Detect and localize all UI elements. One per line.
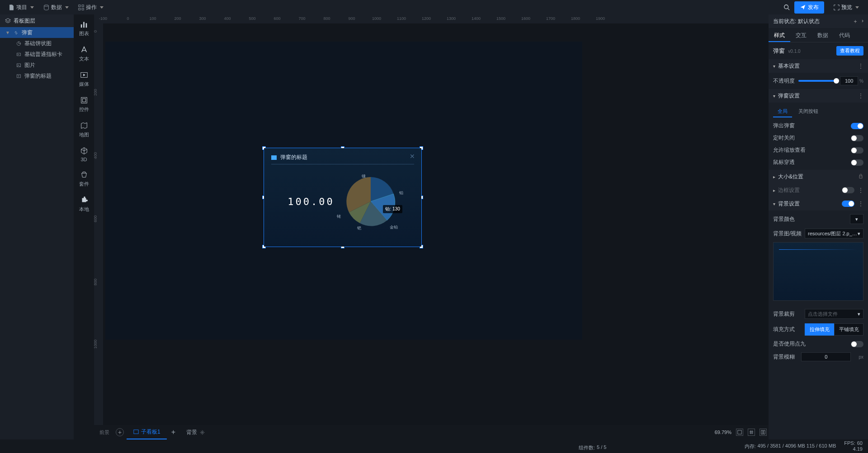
- menu-project[interactable]: 项目: [5, 2, 38, 13]
- status-bar: 内存: 495 / 3581 / 4096 MB 115 / 610 MB FP…: [0, 439, 868, 453]
- more-icon[interactable]: ⋮: [858, 93, 863, 99]
- tutorial-button[interactable]: 查看教程: [836, 46, 863, 56]
- layer-pie[interactable]: 基础饼状图: [0, 38, 74, 49]
- comp-text[interactable]: 文本: [79, 45, 89, 62]
- bg-clip-label: 背景裁剪: [773, 310, 795, 318]
- fill-tile-option[interactable]: 平铺填充: [834, 323, 863, 336]
- toggle-nine-patch[interactable]: [851, 341, 863, 347]
- layer-image-label: 图片: [24, 61, 35, 69]
- toggle-bg[interactable]: [842, 201, 854, 207]
- bg-blur-input[interactable]: 0: [801, 352, 851, 361]
- svg-rect-25: [761, 430, 763, 434]
- caret-down-icon: ▾: [6, 29, 10, 36]
- fit-icon[interactable]: [736, 429, 743, 436]
- layer-root-popup[interactable]: ▾ 弹窗: [0, 27, 74, 38]
- add-board-button[interactable]: +: [167, 425, 180, 439]
- bg-img-select[interactable]: resources/图层 2.p_1699965▾: [805, 229, 863, 238]
- comp-kit[interactable]: 套件: [79, 170, 89, 187]
- lock-icon[interactable]: [858, 173, 863, 180]
- prop-zoom-label: 允许缩放查看: [773, 146, 806, 154]
- database-icon: [43, 4, 49, 10]
- svg-rect-14: [80, 24, 82, 28]
- comp-chart[interactable]: 图表: [79, 20, 89, 37]
- pie-chart: 镍 铂 金铂 铑 钯 铂: 130: [344, 174, 398, 229]
- selection-box[interactable]: ✕ 弹窗的标题 100.00: [264, 148, 422, 247]
- publish-button[interactable]: 发布: [794, 1, 824, 14]
- section-popup-header[interactable]: ▾弹窗设置 ⋮: [769, 89, 868, 103]
- comp-control[interactable]: 控件: [79, 96, 89, 113]
- comp-media[interactable]: 媒体: [79, 70, 89, 88]
- scene-foreground[interactable]: 前景: [96, 427, 113, 438]
- canvas-area[interactable]: -100010020030040050060070080090010001100…: [94, 14, 769, 439]
- text-icon: T: [15, 73, 22, 79]
- ruler-horizontal: -100010020030040050060070080090010001100…: [103, 14, 769, 23]
- comp-text-label: 文本: [79, 56, 89, 62]
- menu-data[interactable]: 数据: [39, 2, 72, 13]
- opacity-slider[interactable]: [798, 80, 836, 82]
- state-add-icon[interactable]: ＋: [853, 18, 858, 25]
- section-border-header[interactable]: ▸边框设置 ⋮: [769, 183, 868, 197]
- title-bar-icon: [271, 155, 277, 160]
- toggle-mouse-through[interactable]: [851, 159, 863, 166]
- canvas-stage[interactable]: ✕ 弹窗的标题 100.00: [103, 33, 769, 439]
- fill-mode-segment: 拉伸填充 平铺填充: [805, 323, 863, 336]
- component-header: 弹窗 v0.1.0 查看教程: [769, 42, 868, 59]
- toggle-border[interactable]: [842, 187, 854, 193]
- more-icon[interactable]: ⋮: [858, 63, 863, 69]
- search-icon[interactable]: [783, 4, 790, 10]
- comp-3d[interactable]: 3D: [80, 146, 89, 162]
- pie-label-b: 铂: [399, 190, 403, 196]
- bg-clip-select[interactable]: 点击选择文件▾: [805, 309, 863, 319]
- layer-title-label: 弹窗的标题: [24, 72, 52, 80]
- tooltip-label: 铂:: [385, 206, 391, 211]
- grid-toggle-icon[interactable]: [748, 429, 755, 436]
- toggle-auto-close[interactable]: [851, 135, 863, 141]
- section-size-header[interactable]: ▸大小&位置: [769, 170, 868, 183]
- artboard[interactable]: ✕ 弹窗的标题 100.00: [105, 42, 582, 340]
- layer-card[interactable]: 基础普通指标卡: [0, 49, 74, 60]
- toggle-allow-zoom[interactable]: [851, 147, 863, 154]
- svg-rect-26: [764, 430, 765, 434]
- comp-map-label: 地图: [79, 131, 89, 138]
- layer-title[interactable]: T 弹窗的标题: [0, 70, 74, 81]
- subtab-close-btn[interactable]: 关闭按钮: [794, 106, 823, 117]
- tab-code[interactable]: 代码: [834, 28, 855, 42]
- menu-operation[interactable]: 操作: [74, 2, 107, 13]
- preview-button[interactable]: 预览: [829, 1, 863, 14]
- comp-map[interactable]: 地图: [79, 121, 89, 138]
- section-bg-header[interactable]: ▾背景设置 ⋮: [769, 197, 868, 210]
- board-tabs-bar: 前景 + 子看板1 + 背景 69.79%: [94, 425, 769, 439]
- component-version: v0.1.0: [788, 49, 800, 54]
- bg-color-select[interactable]: ▾: [850, 214, 863, 224]
- comp-3d-label: 3D: [80, 157, 87, 162]
- comp-local[interactable]: 本地: [79, 196, 89, 213]
- tab-background[interactable]: 背景: [180, 426, 212, 439]
- section-basic-header[interactable]: ▾基本设置 ⋮: [769, 59, 868, 73]
- popup-close-icon[interactable]: ✕: [410, 153, 415, 160]
- pie-label-e: 铑: [337, 214, 341, 219]
- subtab-global[interactable]: 全局: [773, 106, 792, 117]
- tab-data[interactable]: 数据: [812, 28, 834, 42]
- gear-icon: [199, 429, 205, 435]
- bg-preview[interactable]: [773, 242, 863, 301]
- menu-operation-label: 操作: [86, 4, 97, 11]
- layout-icon[interactable]: [760, 429, 767, 436]
- more-icon[interactable]: ⋮: [858, 201, 863, 207]
- more-icon[interactable]: ⋮: [858, 187, 863, 193]
- publish-label: 发布: [808, 4, 819, 11]
- layer-image[interactable]: 图片: [0, 60, 74, 70]
- toggle-show-popup[interactable]: [851, 123, 863, 129]
- state-next-icon[interactable]: ›: [862, 18, 863, 25]
- layers-panel-title: 看板图层: [14, 17, 35, 25]
- tab-style[interactable]: 样式: [769, 28, 790, 42]
- add-scene-button[interactable]: +: [116, 428, 124, 436]
- prop-autoclose-label: 定时关闭: [773, 134, 795, 142]
- tab-interact[interactable]: 交互: [790, 28, 812, 42]
- opacity-value[interactable]: 100: [840, 76, 858, 85]
- version-text: 4.19: [853, 446, 863, 452]
- pie-label-c: 钯: [357, 225, 361, 231]
- bg-color-label: 背景颜色: [773, 215, 795, 223]
- section-border-title: 边框设置: [778, 187, 800, 193]
- tab-sub-board[interactable]: 子看板1: [127, 425, 167, 439]
- fill-stretch-option[interactable]: 拉伸填充: [805, 323, 834, 336]
